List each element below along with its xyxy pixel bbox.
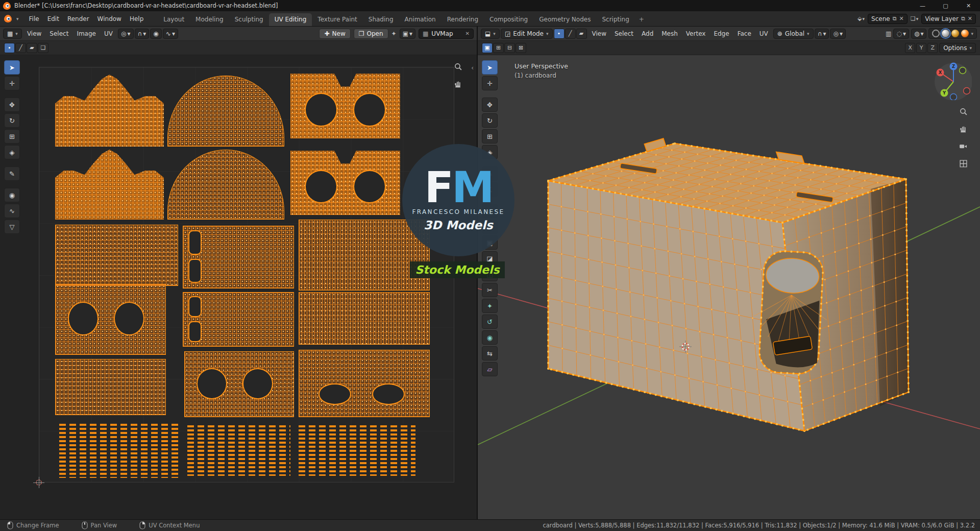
uv-island-strips[interactable] — [299, 423, 415, 476]
menu-help[interactable]: Help — [126, 11, 148, 26]
tab-scripting[interactable]: Scripting — [596, 13, 634, 26]
transform-orientation-button[interactable]: ⊕Global▾ — [773, 29, 814, 39]
viewport-canvas[interactable]: User Perspective (1) cardboard ➤✛✥↻⊞◈✎∡▩… — [478, 55, 980, 519]
tab-rendering[interactable]: Rendering — [442, 13, 484, 26]
menu-render[interactable]: Render — [63, 11, 93, 26]
uv-2d-cursor[interactable] — [35, 478, 43, 487]
snap-button[interactable]: ∩▾ — [815, 29, 829, 39]
select-subtract[interactable]: ⊟ — [504, 43, 515, 53]
shading-rendered-button[interactable] — [961, 30, 969, 37]
select-intersect[interactable]: ⊠ — [516, 43, 526, 53]
tweak-select-tool[interactable]: ➤ — [482, 60, 498, 75]
show-overlays-button[interactable]: ◍▾ — [911, 29, 927, 39]
snap-button[interactable]: ∩▾ — [135, 29, 150, 39]
minimize-button[interactable]: — — [911, 0, 934, 11]
proportional-edit-button[interactable]: ◉ — [150, 29, 161, 39]
add-workspace-button[interactable]: + — [635, 13, 648, 26]
uv-island-grid[interactable] — [55, 359, 166, 415]
spin-tool[interactable]: ↺ — [482, 315, 498, 329]
xray-toggle-icon[interactable]: ▥ — [886, 30, 891, 37]
select-set[interactable]: ▣ — [482, 43, 493, 53]
uv-island-plate[interactable] — [290, 151, 400, 215]
vp-menu-uv[interactable]: UV — [755, 30, 772, 37]
shading-wireframe-button[interactable] — [932, 30, 940, 37]
vp-menu-add[interactable]: Add — [638, 30, 657, 37]
edge-slide-tool[interactable]: ⇆ — [482, 346, 498, 360]
close-button[interactable]: ✕ — [957, 0, 980, 11]
options-button[interactable]: Options▾ — [939, 43, 976, 53]
pinch-tool[interactable]: ▽ — [4, 220, 20, 234]
relax-tool[interactable]: ∿ — [4, 204, 20, 218]
tab-shading[interactable]: Shading — [363, 13, 399, 26]
uv-menu-uv[interactable]: UV — [100, 30, 117, 37]
new-image-button[interactable]: ✚New — [319, 29, 350, 39]
view-layer-browse-button[interactable]: ❏▾ — [911, 15, 918, 22]
scale-tool[interactable]: ⊞ — [4, 129, 20, 143]
show-gizmo-button[interactable]: ◌▾ — [893, 29, 909, 39]
poly-build-tool[interactable]: ✦ — [482, 299, 498, 313]
uv-select-island[interactable]: ❏ — [38, 43, 48, 53]
mesh-select-edge[interactable]: ╱ — [565, 29, 576, 39]
transform-tool[interactable]: ◈ — [4, 145, 20, 159]
vp-menu-face[interactable]: Face — [733, 30, 755, 37]
menu-file[interactable]: File — [25, 11, 43, 26]
tab-geometry-nodes[interactable]: Geometry Nodes — [533, 13, 596, 26]
mirror-z-toggle[interactable]: Z — [927, 43, 938, 53]
image-browse-button[interactable]: ▣▾ — [400, 29, 415, 39]
maximize-button[interactable]: ▢ — [934, 0, 957, 11]
editor-type-button[interactable]: ▦▾ — [3, 29, 22, 39]
vp-menu-edge[interactable]: Edge — [709, 30, 733, 37]
smooth-tool[interactable]: ◉ — [482, 330, 498, 345]
app-menu-button[interactable]: ▾ — [0, 11, 23, 26]
uv-island-arch[interactable] — [55, 150, 164, 220]
annotate-tool[interactable]: ✎ — [4, 166, 20, 181]
close-icon[interactable]: ✕ — [465, 31, 470, 36]
scene-selector[interactable]: Scene ⧉ ✕ — [868, 14, 908, 24]
uv-island-goggles[interactable] — [55, 284, 166, 355]
scene-browse-button[interactable]: ⬙▾ — [857, 15, 865, 22]
pan-hand-icon[interactable] — [958, 124, 968, 134]
tweak-select-tool[interactable]: ➤ — [4, 60, 20, 75]
mode-selector[interactable]: ◲Edit Mode▾ — [501, 29, 553, 39]
zoom-icon[interactable] — [454, 62, 462, 71]
close-icon[interactable]: ✕ — [899, 15, 904, 22]
uv-island-vstripes[interactable] — [299, 292, 430, 345]
select-extend[interactable]: ⊞ — [493, 43, 504, 53]
uv-menu-select[interactable]: Select — [45, 30, 72, 37]
uv-select-edge[interactable]: ╱ — [15, 43, 26, 53]
copy-icon[interactable]: ⧉ — [961, 15, 965, 22]
uv-select-vertex[interactable]: ∙ — [4, 43, 15, 53]
cursor-tool[interactable]: ✛ — [4, 76, 20, 90]
editor-type-button[interactable]: ⬓▾ — [481, 29, 500, 39]
uv-island-plate[interactable] — [290, 74, 400, 138]
move-tool[interactable]: ✥ — [482, 98, 498, 112]
close-icon[interactable]: ✕ — [968, 15, 972, 22]
rotate-tool[interactable]: ↻ — [4, 113, 20, 128]
uv-island-ovals[interactable] — [299, 350, 430, 417]
tab-layout[interactable]: Layout — [158, 13, 190, 26]
grab-tool[interactable]: ◉ — [4, 188, 20, 202]
zoom-icon[interactable] — [958, 106, 968, 116]
menu-edit[interactable]: Edit — [43, 11, 63, 26]
pivot-point-button[interactable]: ◎▾ — [118, 29, 134, 39]
tab-animation[interactable]: Animation — [399, 13, 442, 26]
uvmap-selector[interactable]: ▦ UVMap ✕ — [419, 29, 474, 39]
navigation-gizmo[interactable]: XYZ — [933, 61, 972, 102]
mesh-select-face[interactable]: ▰ — [576, 29, 587, 39]
falloff-button[interactable]: ∿▾ — [163, 29, 178, 39]
tab-compositing[interactable]: Compositing — [484, 13, 533, 26]
ortho-grid-icon[interactable] — [958, 158, 968, 168]
pin-icon[interactable]: ✦ — [391, 30, 397, 37]
mirror-x-toggle[interactable]: X — [905, 43, 915, 53]
shear-tool[interactable]: ▱ — [482, 362, 498, 376]
tab-sculpting[interactable]: Sculpting — [229, 13, 269, 26]
proportional-edit-button[interactable]: ◎▾ — [830, 29, 846, 39]
uv-island-vstripes[interactable] — [299, 220, 430, 291]
uv-island-slots[interactable] — [183, 226, 294, 288]
tab-modeling[interactable]: Modeling — [190, 13, 229, 26]
uv-menu-image[interactable]: Image — [72, 30, 100, 37]
vp-menu-vertex[interactable]: Vertex — [682, 30, 710, 37]
knife-tool[interactable]: ✂ — [482, 283, 498, 297]
uv-island-grid[interactable] — [55, 225, 178, 286]
open-image-button[interactable]: ❐Open — [354, 29, 388, 39]
